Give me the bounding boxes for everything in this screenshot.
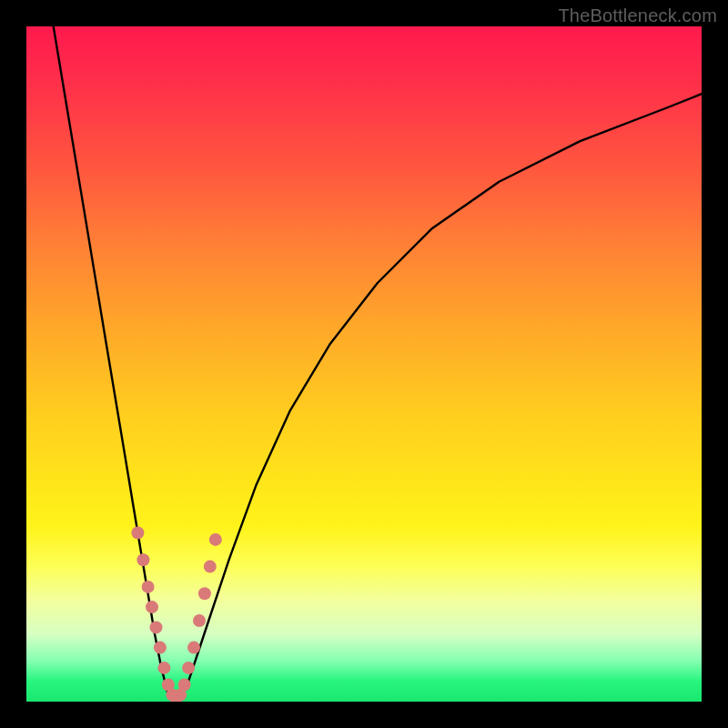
curve-path: [54, 26, 702, 702]
watermark-text: TheBottleneck.com: [558, 5, 717, 26]
marker-dot: [131, 527, 144, 540]
marker-dot: [178, 679, 191, 692]
marker-dot: [193, 614, 206, 627]
marker-dot: [142, 581, 155, 593]
bottleneck-curve: [26, 26, 702, 702]
marker-dot: [209, 533, 222, 546]
marker-dot: [187, 642, 200, 654]
marker-dot: [136, 553, 149, 566]
marker-dot: [157, 662, 170, 674]
marker-dot: [150, 621, 163, 633]
marker-dot: [204, 561, 217, 573]
plot-area: [26, 26, 702, 702]
marker-dot: [182, 662, 195, 674]
marker-dot: [154, 642, 167, 654]
chart-frame: TheBottleneck.com: [0, 0, 728, 728]
marker-dot: [198, 587, 211, 600]
marker-dot: [146, 601, 158, 613]
